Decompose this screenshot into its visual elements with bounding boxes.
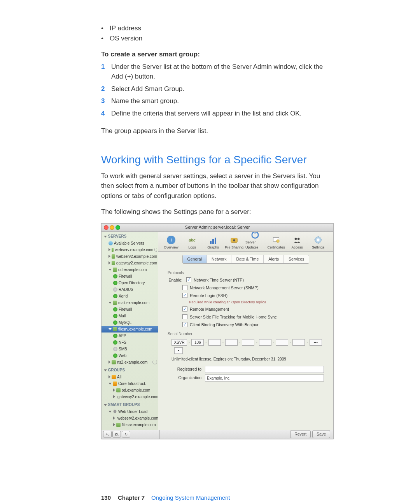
sidebar-group-gw[interactable]: gateway2.example.com <box>102 394 158 400</box>
step-1: Under the Server list at the bottom of t… <box>111 63 323 80</box>
toolbar-logs[interactable]: abc Logs <box>182 236 202 250</box>
folder-share-icon <box>230 236 238 244</box>
sidebar-service-web[interactable]: Web <box>102 352 158 359</box>
server-icon <box>112 261 115 265</box>
sidebar-service-firewall-1[interactable]: Firewall <box>102 273 158 280</box>
checkbox-server-side-file-tracking[interactable] <box>182 314 187 319</box>
group-all-icon <box>112 375 116 379</box>
sidebar-smartgroup-web[interactable]: Web Under Load <box>102 408 158 415</box>
registered-to-label: Registered to: <box>168 366 203 373</box>
sidebar-group-core[interactable]: Core Infrastruct. <box>102 380 158 387</box>
chapter-label: Chapter 7 <box>118 494 145 501</box>
registered-to-input[interactable] <box>205 366 324 373</box>
toolbar-overview[interactable]: i Overview <box>161 236 181 250</box>
action-gear-button[interactable]: ✿. <box>112 431 121 438</box>
graphs-icon <box>209 236 217 244</box>
sidebar-available-servers[interactable]: Available Servers <box>102 240 158 247</box>
organization-input[interactable]: Example, Inc. <box>205 374 324 382</box>
sidebar-service-nfs[interactable]: NFS <box>102 339 158 346</box>
checkbox-remote-mgmt[interactable] <box>182 306 187 312</box>
sidebar-header-servers: SERVERS <box>102 232 158 240</box>
toolbar-updates[interactable]: Server Updates <box>245 231 265 250</box>
serial-field-9[interactable]: ••• <box>310 339 322 346</box>
step-3: Name the smart group. <box>111 97 179 105</box>
serial-field-5[interactable] <box>242 339 254 346</box>
window-titlebar[interactable]: Server Admin: server.local: Server <box>102 224 333 232</box>
section-body-2: The following shows the Settings pane fo… <box>101 207 334 217</box>
status-on-icon <box>113 274 117 278</box>
globe-icon <box>108 241 113 245</box>
serial-field-6[interactable] <box>259 339 271 346</box>
status-off-icon <box>113 287 117 292</box>
sidebar-service-mail[interactable]: Mail <box>102 313 158 319</box>
revert-button[interactable]: Revert <box>290 430 311 439</box>
sidebar-server-webserv[interactable]: webserv.example.com <box>102 247 158 253</box>
checkbox-ntp[interactable] <box>186 277 191 282</box>
sidebar-server-webserv2[interactable]: webserv2.example.com <box>102 253 158 260</box>
toolbar-access[interactable]: Access <box>287 236 307 250</box>
sidebar-service-opendirectory[interactable]: Open Directory <box>102 280 158 286</box>
enable-label: Enable: <box>168 277 184 284</box>
option-ssh: Remote Login (SSH) <box>190 293 228 299</box>
tab-general[interactable]: General <box>183 255 207 264</box>
server-icon <box>113 327 117 331</box>
svg-point-4 <box>276 240 279 242</box>
server-icon <box>112 360 116 364</box>
activity-spinner-icon <box>154 247 157 252</box>
toolbar: i Overview abc Logs Graphs File Sharing <box>158 232 333 252</box>
serial-field-7[interactable] <box>276 339 288 346</box>
sidebar-service-radius[interactable]: RADIUS <box>102 286 158 293</box>
sidebar-server-mail[interactable]: mail.example.com <box>102 299 158 306</box>
sidebar-sg-filesrv[interactable]: filesrv.example.com <box>102 422 158 428</box>
step-2: Select Add Smart Group. <box>111 85 184 93</box>
sidebar-server-gateway2[interactable]: gateway2.example.com <box>102 260 158 266</box>
tab-services[interactable]: Services <box>284 255 309 264</box>
sidebar-group-all[interactable]: All <box>102 374 158 380</box>
status-on-icon <box>113 320 117 325</box>
svg-point-6 <box>298 238 300 240</box>
access-icon <box>293 236 301 244</box>
sidebar-service-smb[interactable]: SMB <box>102 346 158 352</box>
steps-result: The group appears in the Server list. <box>101 126 334 136</box>
status-on-icon <box>113 340 117 345</box>
serial-field-2[interactable]: 106 <box>191 339 204 346</box>
status-on-icon <box>113 314 117 318</box>
svg-point-8 <box>317 238 319 241</box>
tab-alerts[interactable]: Alerts <box>264 255 284 264</box>
checkbox-ssh[interactable] <box>182 293 187 298</box>
serial-field-8[interactable] <box>292 339 305 346</box>
serial-field-3[interactable] <box>208 339 221 346</box>
serial-field-10[interactable]: • <box>174 347 183 354</box>
sidebar-server-ns2[interactable]: ns2.example.com <box>102 359 158 366</box>
sidebar-server-filesrv[interactable]: filesrv.example.com <box>102 326 158 332</box>
protocols-label: Protocols <box>168 270 324 276</box>
license-text: Unlimited-client license. Expires on: Th… <box>172 356 324 362</box>
checkbox-snmp[interactable] <box>182 285 187 290</box>
serial-field-4[interactable] <box>225 339 238 346</box>
toolbar-settings[interactable]: Settings <box>308 236 328 250</box>
activity-spinner-icon <box>152 360 157 364</box>
sidebar-server-od[interactable]: od.example.com <box>102 266 158 273</box>
sidebar-group-od[interactable]: od.example.com <box>102 387 158 394</box>
refresh-button[interactable]: ↻ <box>122 431 130 438</box>
status-on-icon <box>113 354 117 358</box>
updates-icon <box>251 231 259 239</box>
sidebar-service-firewall-2[interactable]: Firewall <box>102 306 158 313</box>
status-off-icon <box>113 347 117 351</box>
toolbar-graphs[interactable]: Graphs <box>203 236 223 250</box>
checkbox-bonjour[interactable] <box>182 322 187 327</box>
tab-network[interactable]: Network <box>207 255 232 264</box>
save-button[interactable]: Save <box>312 430 330 439</box>
tab-datetime[interactable]: Date & Time <box>231 255 264 264</box>
sidebar-header-smart-groups: SMART GROUPS <box>102 400 158 408</box>
sidebar-service-mysql[interactable]: MySQL <box>102 319 158 326</box>
sidebar-service-afp[interactable]: AFP <box>102 332 158 339</box>
serial-number-row: XSVR - 106 - - - - - - <box>172 339 324 354</box>
sidebar-service-xgrid[interactable]: Xgrid <box>102 293 158 299</box>
toolbar-certificates[interactable]: Certificates <box>266 236 286 250</box>
sidebar-sg-webserv2[interactable]: webserv2.example.com <box>102 415 158 422</box>
toolbar-filesharing[interactable]: File Sharing <box>224 236 244 250</box>
add-button[interactable]: +. <box>103 431 112 438</box>
serial-field-1[interactable]: XSVR <box>172 339 187 346</box>
option-ssft: Server Side File Tracking for Mobile Hom… <box>190 314 277 320</box>
